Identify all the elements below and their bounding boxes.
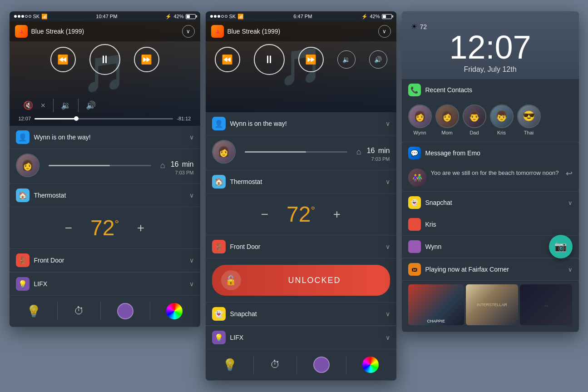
route-bar-2: [245, 151, 347, 153]
lifx-app-icon-2: 💡: [212, 331, 226, 344]
contact-thai[interactable]: 😎 Thai: [517, 104, 541, 135]
bulb-icon-2[interactable]: 💡: [222, 358, 237, 372]
lifx-div2-1: [253, 356, 254, 374]
temp-increase-1[interactable]: +: [133, 221, 149, 235]
wynn-title-2: Wynn is on the way!: [230, 120, 385, 127]
frontdoor-header-1: 🚪 Front Door ∨: [10, 249, 200, 272]
pause-btn-2[interactable]: ⏸: [254, 44, 285, 75]
recent-contacts-title-3: Recent Contacts: [425, 86, 573, 94]
timer-icon-2[interactable]: ⏱: [270, 359, 280, 371]
temp-decrease-2[interactable]: −: [257, 207, 273, 222]
msg-content-3: Yoo are we still on for the beach tomorr…: [431, 169, 561, 177]
dot2-5: [225, 15, 227, 18]
wynn-playing-text-3: Playing now at Fairfax Corner: [425, 266, 563, 273]
frontdoor-app-icon-1: 🚪: [16, 253, 30, 267]
lifx-color-wheel-2[interactable]: [362, 357, 379, 373]
lifx-widget-2: 💡 LIFX ∨ 💡 ⏱: [206, 326, 396, 381]
forward-btn-1[interactable]: ⏩: [134, 47, 159, 72]
unlock-button-2[interactable]: 🔓 UNLOCKED: [212, 265, 390, 296]
battery-fill-2: [383, 15, 386, 18]
lifx-timer-ctrl-2: ⏱: [270, 359, 280, 371]
snapchat-chevron-3[interactable]: ∨: [568, 199, 573, 206]
status-right-1: ⚡ 42%: [165, 14, 195, 20]
contact-avatar-dad: 👨: [463, 104, 486, 128]
snapchat-widget-2: 👻 Snapchat ∨: [206, 303, 396, 326]
thermostat-app-icon-1: 🏠: [16, 189, 30, 202]
poster-chappie-3[interactable]: CHAPPIE: [408, 284, 464, 325]
wynn-playing-chevron-3[interactable]: ∨: [568, 266, 573, 273]
vol-divider-1: [53, 99, 54, 112]
snapchat-header-2: 👻 Snapchat ∨: [206, 303, 396, 326]
lifx-chevron-1[interactable]: ∨: [189, 280, 194, 288]
lifx-chevron-2[interactable]: ∨: [385, 334, 390, 341]
seek-row-1: 12:07 -81:12: [19, 116, 191, 121]
rewind-btn-1[interactable]: ⏪: [50, 47, 76, 72]
wynn-playing-header-3: 🎟 Playing now at Fairfax Corner ∨: [402, 258, 579, 281]
contact-mom[interactable]: 👩 Mom: [435, 104, 459, 135]
contact-name-kris: Kris: [497, 130, 506, 135]
wynn-app-icon-1: 👤: [16, 130, 30, 144]
thermostat-chevron-2[interactable]: ∨: [385, 178, 390, 185]
messenger-icon-3: 💬: [408, 147, 421, 159]
messenger-group-3: 💬 Message from Emo 👫 Yoo are we still on…: [402, 142, 579, 192]
thermostat-app-icon-2: 🏠: [212, 175, 226, 189]
main-controls-2: ⏪ ⏸ ⏩ 🔉 🔊: [215, 44, 387, 75]
frontdoor-chevron-2[interactable]: ∨: [385, 243, 390, 250]
controls-layer-2: ⏪ ⏸ ⏩ 🔉 🔊: [206, 21, 396, 112]
snap-wynn-3[interactable]: Wynn 📷: [402, 236, 579, 258]
lifx-color-purple-2[interactable]: [313, 357, 330, 373]
temp-decrease-1[interactable]: −: [60, 221, 77, 235]
signal-dots-2: [210, 15, 227, 18]
temp-increase-2[interactable]: +: [329, 207, 345, 222]
wynn-chevron-1[interactable]: ∨: [189, 134, 194, 141]
wynn-chevron-2[interactable]: ∨: [385, 120, 390, 127]
seek-bar-1[interactable]: [35, 118, 173, 119]
lifx-color-purple-1[interactable]: [117, 303, 133, 319]
contact-wynn[interactable]: 👩 Wynn: [408, 104, 432, 135]
forward-btn-2[interactable]: ⏩: [298, 47, 324, 72]
vol-high-icon-1[interactable]: 🔊: [86, 100, 96, 110]
rewind-btn-2[interactable]: ⏪: [215, 47, 240, 72]
snapchat-header-3: 👻 Snapchat ∨: [402, 192, 579, 213]
seek-thumb-1: [74, 116, 79, 121]
wifi-icon-1: 📶: [41, 14, 48, 20]
vol-down-btn-2[interactable]: 🔉: [337, 50, 356, 69]
pause-btn-1[interactable]: ⏸: [89, 44, 120, 75]
contact-img-mom: 👩: [436, 105, 458, 127]
wynn-avatar-1: 👩: [16, 154, 40, 177]
status-bar-1: SK 📶 10:47 PM ⚡ 42%: [10, 11, 200, 21]
dot5: [29, 15, 31, 18]
thermostat-header-2: 🏠 Thermostat ∨: [206, 170, 396, 194]
contact-dad[interactable]: 👨 Dad: [463, 104, 486, 135]
time-2: 6:47 PM: [293, 14, 312, 19]
video-section-2: 🎵 🔺 Blue Streak (1999) ∨ ⏪ ⏸ ⏩ 🔉 🔊: [206, 21, 396, 112]
msg-text-3: Yoo are we still on for the beach tomorr…: [431, 169, 559, 176]
contact-kris[interactable]: 👦 Kris: [490, 104, 514, 135]
thermostat-widget-1: 🏠 Thermostat ∨ − 72° +: [10, 184, 200, 249]
bulb-icon-1[interactable]: 💡: [26, 304, 41, 318]
vol-mute-icon-1[interactable]: 🔇: [23, 100, 33, 110]
wynn-playing-group-3: 🎟 Playing now at Fairfax Corner ∨ CHAPPI…: [402, 258, 579, 332]
snap-kris-3[interactable]: Kris: [402, 213, 579, 236]
poster-interstellar-3[interactable]: INTERSTELLAR: [466, 284, 518, 325]
destination-icon-2: ⌂: [356, 147, 361, 157]
frontdoor-chevron-1[interactable]: ∨: [189, 257, 194, 264]
video-section-1: 🎵 🔺 Blue Streak (1999) ∨ ⏪ ⏸ ⏩ 🔇 ✕: [10, 21, 200, 126]
vol-medium-icon-1[interactable]: 🔉: [61, 100, 71, 110]
lifx-color-wheel-1[interactable]: [166, 303, 183, 319]
msg-reply-3[interactable]: ↩: [566, 169, 573, 179]
poster-mystery-3[interactable]: ...: [520, 284, 572, 325]
screen2: SK 📶 6:47 PM ⚡ 42% 🎵 🔺 Blue Streak (1999…: [206, 11, 396, 381]
snapchat-group-3: 👻 Snapchat ∨ Kris Wynn 📷: [402, 192, 579, 258]
wynn-avatar-img-2: 👩: [213, 141, 235, 163]
camera-fab-3[interactable]: 📷: [549, 235, 573, 258]
snapchat-chevron-2[interactable]: ∨: [385, 310, 390, 318]
timer-icon-1[interactable]: ⏱: [74, 305, 84, 317]
status-left-1: SK 📶: [14, 14, 48, 20]
vol-up-btn-2[interactable]: 🔊: [369, 50, 387, 69]
controls-layer-1: ⏪ ⏸ ⏩ 🔇 ✕ 🔉 🔊 12:07: [10, 21, 200, 126]
vol-x-1: ✕: [40, 102, 46, 109]
thermostat-chevron-1[interactable]: ∨: [189, 192, 194, 199]
contacts-row-3: 👩 Wynn 👩 Mom 👨 Dad: [402, 101, 579, 142]
time-1: 10:47 PM: [96, 14, 117, 19]
